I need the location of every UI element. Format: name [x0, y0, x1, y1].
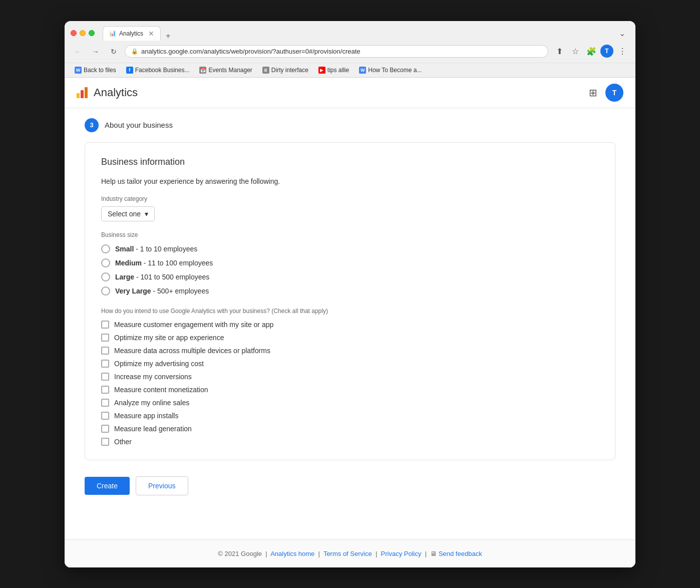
checkbox-optimize-experience[interactable]: Optimize my site or app experience [101, 334, 599, 342]
traffic-lights [71, 30, 95, 36]
radio-circle-small [101, 244, 110, 253]
nav-actions: ⬆ ☆ 🧩 T ⋮ [552, 45, 629, 59]
bar3 [85, 87, 88, 98]
checkbox-other[interactable]: Other [101, 438, 599, 446]
button-row: Create Previous [85, 476, 615, 495]
radio-small[interactable]: Small - 1 to 10 employees [101, 244, 599, 253]
app-header: Analytics ⊞ T [65, 78, 635, 108]
checkbox-measure-installs[interactable]: Measure app installs [101, 412, 599, 420]
checkbox-label-increase-conversions: Increase my conversions [114, 373, 192, 381]
help-text: Help us tailor your experience by answer… [101, 177, 599, 185]
bookmark-label: Dirty interface [271, 67, 308, 74]
maximize-traffic-light[interactable] [89, 30, 95, 36]
send-feedback-link[interactable]: Send feedback [439, 550, 482, 557]
user-avatar[interactable]: T [605, 84, 623, 102]
checkbox-measure-data[interactable]: Measure data across multiple devices or … [101, 347, 599, 355]
radio-circle-medium [101, 258, 110, 267]
checkbox-box-measure-installs [101, 412, 109, 420]
checkbox-label-measure-lead-gen: Measure lead generation [114, 425, 192, 433]
bookmark-favicon-w: W [75, 67, 82, 74]
card-title: Business information [101, 157, 599, 167]
bookmark-facebook[interactable]: f Facebook Busines... [122, 65, 194, 75]
page-content: Analytics ⊞ T 3 About your business Busi… [65, 78, 635, 567]
tab-close-button[interactable]: ✕ [148, 30, 154, 38]
create-button[interactable]: Create [85, 477, 130, 495]
reload-button[interactable]: ↻ [107, 45, 121, 59]
radio-circle-large [101, 272, 110, 281]
radio-desc-large: - 101 to 500 employees [134, 273, 209, 281]
radio-medium[interactable]: Medium - 11 to 100 employees [101, 258, 599, 267]
main-area: 3 About your business Business informati… [65, 108, 635, 539]
previous-button[interactable]: Previous [136, 476, 188, 495]
lock-icon: 🔒 [131, 48, 138, 55]
url-text: analytics.google.com/analytics/web/provi… [141, 48, 542, 55]
step-indicator: 3 About your business [85, 118, 615, 132]
tab-favicon: 📊 [109, 30, 116, 37]
checkbox-label-measure-installs: Measure app installs [114, 412, 178, 420]
app-header-title: Analytics [94, 86, 138, 99]
industry-select[interactable]: Select one ▾ [101, 206, 155, 221]
checkbox-optimize-advertising[interactable]: Optimize my advertising cost [101, 360, 599, 368]
url-bar[interactable]: 🔒 analytics.google.com/analytics/web/pro… [125, 45, 548, 58]
minimize-traffic-light[interactable] [80, 30, 86, 36]
checkbox-box-measure-data [101, 347, 109, 355]
radio-circle-very-large [101, 286, 110, 296]
checkbox-increase-conversions[interactable]: Increase my conversions [101, 373, 599, 381]
radio-desc-medium: - 11 to 100 employees [142, 259, 213, 267]
browser-chrome: 📊 Analytics ✕ + ⌄ ← → ↻ 🔒 analytics.goog… [65, 21, 635, 78]
checkbox-box-increase-conversions [101, 373, 109, 381]
close-traffic-light[interactable] [71, 30, 77, 36]
bookmark-label: Events Manager [208, 67, 252, 74]
bookmark-favicon-em: 📅 [199, 67, 206, 74]
checkbox-label-other: Other [114, 438, 132, 446]
grid-icon[interactable]: ⊞ [589, 87, 597, 99]
usage-checkbox-group: Measure customer engagement with my site… [101, 321, 599, 446]
checkbox-box-other [101, 438, 109, 446]
bookmark-label: Facebook Busines... [135, 67, 190, 74]
bookmark-how-to-become[interactable]: W How To Become a... [355, 65, 426, 75]
bookmark-button[interactable]: ☆ [568, 45, 582, 59]
title-bar: 📊 Analytics ✕ + ⌄ [65, 21, 635, 41]
radio-very-large[interactable]: Very Large - 500+ employees [101, 286, 599, 296]
extensions-button[interactable]: 🧩 [584, 45, 598, 59]
checkbox-label-measure-monetization: Measure content monetization [114, 386, 208, 394]
forward-button[interactable]: → [89, 45, 103, 59]
share-button[interactable]: ⬆ [552, 45, 566, 59]
checkbox-measure-lead-gen[interactable]: Measure lead generation [101, 425, 599, 433]
browser-window: 📊 Analytics ✕ + ⌄ ← → ↻ 🔒 analytics.goog… [65, 21, 635, 567]
menu-button[interactable]: ⋮ [615, 45, 629, 59]
step-number: 3 [85, 118, 99, 132]
privacy-policy-link[interactable]: Privacy Policy [381, 550, 422, 557]
app-logo: Analytics [77, 86, 138, 99]
bookmark-favicon-di: 🖥 [262, 67, 269, 74]
bookmark-tips-allie[interactable]: ▶ tips allie [314, 65, 353, 75]
business-size-label: Business size [101, 231, 599, 238]
radio-large[interactable]: Large - 101 to 500 employees [101, 272, 599, 281]
checkbox-label-optimize-advertising: Optimize my advertising cost [114, 360, 204, 368]
new-tab-button[interactable]: + [162, 32, 174, 41]
nav-bar: ← → ↻ 🔒 analytics.google.com/analytics/w… [65, 41, 635, 63]
business-info-card: Business information Help us tailor your… [85, 142, 615, 460]
header-actions: ⊞ T [589, 84, 623, 102]
radio-label-large: Large [115, 273, 134, 281]
active-tab[interactable]: 📊 Analytics ✕ [103, 26, 161, 41]
checkbox-measure-monetization[interactable]: Measure content monetization [101, 386, 599, 394]
bookmark-label: tips allie [327, 67, 349, 74]
back-button[interactable]: ← [71, 45, 85, 59]
window-controls: ⌄ [615, 27, 629, 40]
analytics-home-link[interactable]: Analytics home [270, 550, 314, 557]
bookmark-back-to-files[interactable]: W Back to files [71, 65, 120, 75]
bookmark-label: How To Become a... [368, 67, 422, 74]
tab-title: Analytics [119, 30, 143, 37]
bookmark-events-manager[interactable]: 📅 Events Manager [195, 65, 256, 75]
bookmark-favicon-htb: W [359, 67, 366, 74]
checkbox-measure-engagement[interactable]: Measure customer engagement with my site… [101, 321, 599, 329]
bookmarks-bar: W Back to files f Facebook Busines... 📅 … [65, 63, 635, 77]
radio-desc-small: - 1 to 10 employees [134, 245, 197, 253]
checkbox-analyze-sales[interactable]: Analyze my online sales [101, 399, 599, 407]
user-avatar-nav[interactable]: T [600, 45, 613, 58]
radio-desc-very-large: - 500+ employees [151, 287, 209, 295]
terms-of-service-link[interactable]: Terms of Service [323, 550, 372, 557]
radio-label-medium: Medium [115, 259, 142, 267]
bookmark-dirty-interface[interactable]: 🖥 Dirty interface [258, 65, 312, 75]
